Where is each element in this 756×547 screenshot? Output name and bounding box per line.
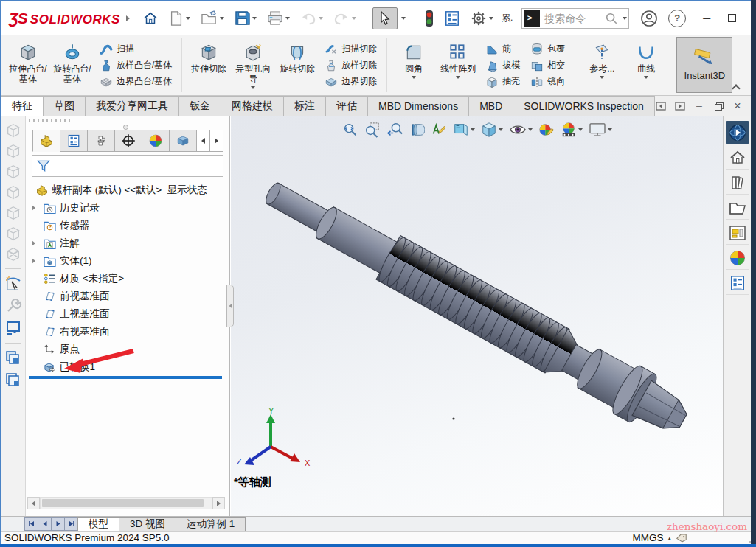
file-explorer-button[interactable] [726, 196, 749, 220]
view-cube-button-6[interactable] [5, 226, 21, 242]
options-button[interactable] [468, 8, 496, 29]
save-button[interactable] [232, 8, 260, 28]
tree-item-annotations[interactable]: 注解 [26, 234, 228, 252]
tree-item-sensors[interactable]: 传感器 [26, 217, 228, 234]
tree-item-top-plane[interactable]: 上视基准面 [26, 305, 228, 323]
magnifier-icon[interactable] [605, 12, 618, 25]
expand-arrow-icon[interactable] [32, 258, 39, 264]
expand-arrow-icon[interactable] [32, 240, 39, 246]
scrollbar-track[interactable] [40, 497, 212, 509]
open-file-button[interactable] [198, 8, 227, 28]
copy-appearance-button-1[interactable] [4, 349, 22, 367]
tree-item-history[interactable]: 历史记录 [26, 199, 228, 217]
revolved-boss-button[interactable]: 旋转凸台/基体 [50, 38, 94, 93]
help-button[interactable]: ? [665, 7, 689, 29]
edit-feature-button[interactable] [4, 297, 22, 315]
instant3d-button[interactable]: Instant3D [676, 37, 732, 93]
view-cube-button-4[interactable] [5, 184, 21, 201]
open-file-dropdown-arrow[interactable] [220, 17, 224, 20]
shell-button[interactable]: 抽壳 [483, 74, 522, 89]
tab-inspection[interactable]: SOLIDWORKS Inspection [513, 96, 655, 116]
reference-geometry-button[interactable]: 参考... [580, 38, 624, 93]
doc-minimize-button[interactable]: ─ [693, 100, 705, 112]
tree-horizontal-scrollbar[interactable] [27, 497, 225, 509]
tab-mbd-dimensions[interactable]: MBD Dimensions [367, 96, 469, 116]
undo-button[interactable] [297, 10, 326, 27]
solidworks-resources-button[interactable] [726, 146, 749, 170]
last-tab-button[interactable] [64, 517, 78, 531]
print-button[interactable] [264, 9, 293, 28]
fm-tabs-scroll-right[interactable] [209, 130, 223, 152]
rebuild-button[interactable] [422, 7, 437, 29]
menu-flyout-arrow-icon[interactable] [126, 15, 130, 21]
tab-mbd[interactable]: MBD [468, 96, 513, 116]
swept-cut-button[interactable]: 扫描切除 [322, 42, 379, 57]
view-cube-button-1[interactable] [5, 122, 21, 139]
evaluate-properties-button[interactable] [441, 8, 463, 29]
tree-filter-box[interactable] [32, 155, 223, 177]
linear-pattern-button[interactable]: 线性阵列 [436, 38, 480, 93]
select-tool-dropdown[interactable] [398, 15, 409, 22]
extruded-cut-button[interactable]: 拉伸切除 [187, 38, 231, 93]
viewport-window-button[interactable] [4, 319, 22, 337]
display-manager-tab[interactable] [142, 130, 170, 152]
hole-wizard-dropdown-arrow[interactable] [251, 86, 255, 89]
graphics-viewport[interactable]: Y X Z *等轴测 [231, 116, 723, 516]
3d-views-tab[interactable]: 3D 视图 [119, 517, 176, 531]
fm-tabs-scroll-left[interactable] [196, 130, 210, 152]
wrap-button[interactable]: 包覆 [528, 42, 567, 57]
view-cube-button-3[interactable] [5, 164, 21, 180]
lofted-cut-button[interactable]: 放样切除 [322, 58, 379, 73]
featuremanager-tree-tab[interactable] [32, 130, 60, 152]
intersect-button[interactable]: 相交 [528, 58, 567, 73]
hole-wizard-button[interactable]: 异型孔向导 [231, 38, 275, 93]
options-dropdown-arrow[interactable] [489, 17, 493, 20]
tab-mesh-modeling[interactable]: 网格建模 [221, 96, 284, 116]
curves-button[interactable]: 曲线 [624, 38, 668, 93]
ribbon-collapse-button[interactable] [733, 83, 741, 91]
reference-dropdown-arrow[interactable] [600, 76, 604, 79]
boundary-boss-button[interactable]: 边界凸台/基体 [97, 74, 174, 89]
model-tab[interactable]: 模型 [77, 517, 119, 531]
revolved-cut-button[interactable]: 旋转切除 [275, 38, 319, 93]
configuration-manager-tab[interactable] [87, 130, 115, 152]
new-sketch-button[interactable] [4, 275, 22, 293]
units-indicator[interactable]: MMGS ▴ [632, 532, 687, 543]
tab-evaluate[interactable]: 评估 [325, 96, 368, 116]
search-input[interactable] [544, 13, 600, 24]
view-palette-button[interactable] [726, 221, 749, 245]
maximize-button[interactable] [719, 7, 744, 29]
expand-arrow-icon[interactable] [32, 205, 39, 211]
first-tab-button[interactable] [24, 517, 38, 531]
tab-share-tools[interactable]: 我爱分享网工具 [85, 96, 179, 116]
copy-appearance-button-2[interactable] [4, 372, 22, 389]
rollback-bar[interactable] [29, 376, 222, 379]
doc-next-button[interactable] [674, 100, 686, 112]
scroll-left-button[interactable] [27, 497, 40, 509]
custom-properties-button[interactable] [726, 271, 749, 295]
motion-study-tab[interactable]: 运动算例 1 [176, 517, 246, 531]
design-library-button[interactable] [726, 171, 749, 195]
3dexperience-button[interactable] [726, 121, 749, 144]
tab-sketch[interactable]: 草图 [43, 96, 86, 116]
appearances-scenes-button[interactable] [726, 246, 749, 270]
tree-item-origin[interactable]: 原点 [26, 341, 228, 358]
tree-root-item[interactable]: 螺杆副本 (默认) <<默认>_显示状态 [26, 181, 228, 199]
save-dropdown-arrow[interactable] [252, 17, 257, 20]
curves-dropdown-arrow[interactable] [644, 76, 648, 79]
swept-boss-button[interactable]: 扫描 [97, 42, 174, 57]
lofted-boss-button[interactable]: 放样凸台/基体 [97, 58, 174, 73]
view-cube-button-5[interactable] [5, 205, 21, 221]
extruded-boss-button[interactable]: 拉伸凸台/基体 [6, 38, 50, 93]
prev-tab-button[interactable] [38, 517, 52, 531]
tab-features[interactable]: 特征 [1, 96, 44, 116]
tree-item-solid-bodies[interactable]: 实体(1) [26, 252, 228, 270]
panel-grip-handle[interactable] [29, 119, 73, 122]
select-tool-button[interactable] [372, 7, 398, 29]
redo-button[interactable] [330, 10, 359, 27]
boundary-cut-button[interactable]: 边界切除 [322, 74, 379, 89]
view-cube-button-7[interactable] [5, 246, 21, 262]
rib-button[interactable]: 筋 [483, 42, 522, 57]
scrollbar-thumb[interactable] [42, 499, 204, 507]
command-search-box[interactable]: >_ [521, 8, 629, 29]
